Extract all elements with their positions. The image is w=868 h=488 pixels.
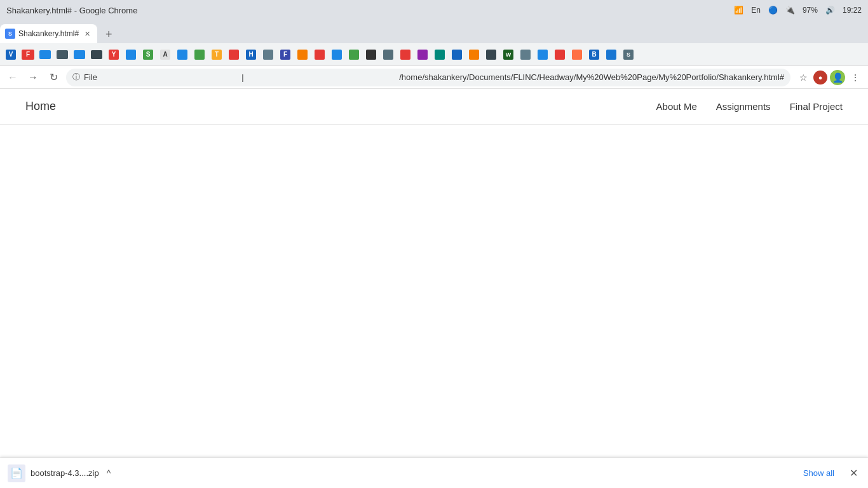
active-tab[interactable]: S Shakankery.html# ✕ [0,24,97,43]
show-all-button[interactable]: Show all [798,466,839,480]
back-button[interactable]: ← [5,70,20,85]
bookmarks-bar: V F Y S A T H F W B S [0,43,868,66]
bookmark-item[interactable] [191,46,208,63]
menu-button[interactable]: ⋮ [848,70,863,85]
address-bar: ← → ↻ ⓘ File | /home/shakankery/Document… [0,66,868,89]
page-area: Home About Me Assignments Final Project [0,89,868,488]
bookmark-item[interactable] [534,46,551,63]
download-bar-close-button[interactable]: ✕ [847,464,860,482]
bookmark-item[interactable]: Y [105,46,122,63]
bookmark-item[interactable] [329,46,345,63]
bookmark-item[interactable]: F [277,46,294,63]
new-tab-button[interactable]: + [100,25,118,43]
download-chevron-icon[interactable]: ^ [104,466,114,481]
bookmark-item[interactable] [54,46,71,63]
wifi-icon: 📶 [734,6,743,15]
profile-button[interactable]: 👤 [830,70,845,85]
navbar-nav: About Me Assignments Final Project [656,101,843,112]
bookmark-item[interactable] [88,46,105,63]
bookmark-item[interactable] [466,46,482,63]
system-tray: 📶 En 🔵 🔌 97% 🔊 19:22 [734,6,862,15]
bookmark-item[interactable]: H [243,46,259,63]
bookmark-item[interactable] [380,46,397,63]
tab-bar: S Shakankery.html# ✕ + [0,20,868,43]
clock: 19:22 [843,6,862,15]
bookmark-item[interactable] [311,46,328,63]
assignments-link[interactable]: Assignments [716,101,771,112]
bookmark-item[interactable] [449,46,465,63]
bookmark-item[interactable] [294,46,311,63]
language-indicator: En [751,6,761,15]
bookmark-item[interactable]: V [3,46,19,63]
extension-button[interactable]: ● [813,71,827,85]
title-bar: Shakankery.html# - Google Chrome 📶 En 🔵 … [0,0,868,20]
network-icon: 🔌 [785,6,795,15]
bookmark-item[interactable] [260,46,276,63]
download-item: 📄 bootstrap-4.3....zip ^ [8,464,113,482]
navbar: Home About Me Assignments Final Project [0,89,868,125]
bookmark-item[interactable]: S [140,46,156,63]
protocol-label: File [84,72,238,82]
url-path: /home/shakankery/Documents/FLINC/Headway… [399,72,784,82]
bookmark-item[interactable] [552,46,568,63]
main-content [0,125,868,458]
tab-close-button[interactable]: ✕ [82,29,92,39]
bookmark-item[interactable]: S [620,46,637,63]
security-icon: ⓘ [72,72,80,83]
battery-indicator: 97% [803,6,818,15]
bookmark-item[interactable] [174,46,191,63]
bookmark-item[interactable] [414,46,431,63]
url-text: | [241,72,395,82]
forward-button[interactable]: → [25,70,41,85]
download-actions: Show all ✕ [798,464,860,482]
bookmark-item[interactable] [346,46,362,63]
about-me-link[interactable]: About Me [656,101,697,112]
download-filename: bootstrap-4.3....zip [31,468,99,478]
bookmark-item[interactable]: A [157,46,173,63]
bookmark-item[interactable]: T [208,46,225,63]
bookmark-item[interactable] [123,46,139,63]
bookmark-item[interactable] [397,46,414,63]
download-file-icon: 📄 [8,464,25,482]
bookmark-item[interactable]: F [20,46,36,63]
bookmark-item[interactable] [431,46,448,63]
bookmark-item[interactable] [226,46,242,63]
tab-favicon: S [5,29,15,39]
bookmark-item[interactable]: W [500,46,517,63]
bookmark-star-button[interactable]: ☆ [796,70,811,85]
bluetooth-icon: 🔵 [768,6,778,15]
bookmark-item[interactable]: B [586,46,602,63]
volume-icon: 🔊 [825,6,835,15]
final-project-link[interactable]: Final Project [790,101,843,112]
window-title: Shakankery.html# - Google Chrome [6,6,137,15]
navbar-brand[interactable]: Home [25,100,56,113]
tab-title: Shakankery.html# [18,29,79,38]
bookmark-item[interactable] [37,46,53,63]
reload-button[interactable]: ↻ [46,70,61,85]
bookmark-item[interactable] [483,46,499,63]
bookmark-item[interactable] [517,46,534,63]
bookmark-item[interactable] [71,46,88,63]
bookmark-item[interactable] [363,46,379,63]
download-bar: 📄 bootstrap-4.3....zip ^ Show all ✕ [0,458,868,488]
bookmark-item[interactable] [569,46,585,63]
bookmark-item[interactable] [603,46,620,63]
url-bar[interactable]: ⓘ File | /home/shakankery/Documents/FLIN… [66,69,790,86]
address-actions: ☆ ● 👤 ⋮ [796,70,863,85]
